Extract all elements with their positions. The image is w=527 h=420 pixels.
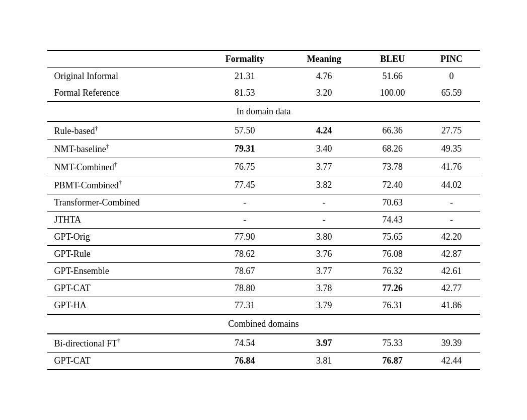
- row-formality: -: [203, 212, 286, 229]
- row-meaning: 3.77: [286, 263, 362, 280]
- row-label: Rule-based†: [47, 121, 203, 140]
- row-bleu: 76.08: [362, 246, 423, 263]
- col-header-formality: Formality: [203, 50, 286, 68]
- row-label: GPT-HA: [47, 297, 203, 315]
- row-bleu: 74.43: [362, 212, 423, 229]
- row-formality: 77.90: [203, 229, 286, 246]
- row-formality: 76.75: [203, 158, 286, 176]
- row-bleu: 51.66: [362, 68, 423, 85]
- row-meaning: 3.76: [286, 246, 362, 263]
- row-meaning: 3.80: [286, 229, 362, 246]
- row-pinc: 0: [423, 68, 480, 85]
- row-label: GPT-Orig: [47, 229, 203, 246]
- row-formality: 78.62: [203, 246, 286, 263]
- row-label: GPT-CAT: [47, 280, 203, 297]
- row-formality: 78.80: [203, 280, 286, 297]
- row-bleu: 70.63: [362, 194, 423, 212]
- row-meaning: -: [286, 212, 362, 229]
- row-label: PBMT-Combined†: [47, 176, 203, 194]
- row-pinc: 39.39: [423, 334, 480, 353]
- row-formality: 78.67: [203, 263, 286, 280]
- row-formality: 77.31: [203, 297, 286, 315]
- row-formality: 79.31: [203, 140, 286, 158]
- table-container: Formality Meaning BLEU PINC Original Inf…: [37, 40, 490, 380]
- row-meaning: -: [286, 194, 362, 212]
- row-pinc: 42.44: [423, 353, 480, 370]
- col-header-meaning: Meaning: [286, 50, 362, 68]
- row-bleu: 76.87: [362, 353, 423, 370]
- row-label: Formal Reference: [47, 85, 203, 102]
- row-label: Bi-directional FT†: [47, 334, 203, 353]
- results-table: Formality Meaning BLEU PINC Original Inf…: [47, 50, 480, 370]
- row-bleu: 77.26: [362, 280, 423, 297]
- row-label: Transformer-Combined: [47, 194, 203, 212]
- col-header-bleu: BLEU: [362, 50, 423, 68]
- col-header-pinc: PINC: [423, 50, 480, 68]
- row-meaning: 3.40: [286, 140, 362, 158]
- row-formality: 81.53: [203, 85, 286, 102]
- row-formality: 76.84: [203, 353, 286, 370]
- row-pinc: 42.77: [423, 280, 480, 297]
- row-pinc: 41.76: [423, 158, 480, 176]
- row-pinc: 42.20: [423, 229, 480, 246]
- row-label: GPT-Ensemble: [47, 263, 203, 280]
- row-meaning: 4.76: [286, 68, 362, 85]
- row-pinc: 41.86: [423, 297, 480, 315]
- row-label: NMT-Combined†: [47, 158, 203, 176]
- combined-header: Combined domains: [47, 314, 480, 334]
- row-meaning: 3.97: [286, 334, 362, 353]
- row-pinc: 27.75: [423, 121, 480, 140]
- in-domain-header: In domain data: [47, 102, 480, 121]
- row-label: GPT-CAT: [47, 353, 203, 370]
- row-label: Original Informal: [47, 68, 203, 85]
- row-label: JTHTA: [47, 212, 203, 229]
- row-bleu: 100.00: [362, 85, 423, 102]
- row-bleu: 76.32: [362, 263, 423, 280]
- row-bleu: 76.31: [362, 297, 423, 315]
- row-bleu: 75.33: [362, 334, 423, 353]
- row-label: NMT-baseline†: [47, 140, 203, 158]
- row-formality: 57.50: [203, 121, 286, 140]
- row-meaning: 3.78: [286, 280, 362, 297]
- row-pinc: 42.61: [423, 263, 480, 280]
- row-bleu: 75.65: [362, 229, 423, 246]
- row-meaning: 4.24: [286, 121, 362, 140]
- row-formality: 77.45: [203, 176, 286, 194]
- row-formality: 74.54: [203, 334, 286, 353]
- row-meaning: 3.20: [286, 85, 362, 102]
- col-header-method: [47, 50, 203, 68]
- row-meaning: 3.81: [286, 353, 362, 370]
- row-pinc: 42.87: [423, 246, 480, 263]
- row-pinc: 44.02: [423, 176, 480, 194]
- row-bleu: 68.26: [362, 140, 423, 158]
- row-pinc: -: [423, 194, 480, 212]
- row-meaning: 3.82: [286, 176, 362, 194]
- row-bleu: 72.40: [362, 176, 423, 194]
- row-pinc: 49.35: [423, 140, 480, 158]
- row-bleu: 66.36: [362, 121, 423, 140]
- row-bleu: 73.78: [362, 158, 423, 176]
- row-pinc: -: [423, 212, 480, 229]
- row-meaning: 3.77: [286, 158, 362, 176]
- row-formality: -: [203, 194, 286, 212]
- row-meaning: 3.79: [286, 297, 362, 315]
- row-formality: 21.31: [203, 68, 286, 85]
- row-label: GPT-Rule: [47, 246, 203, 263]
- row-pinc: 65.59: [423, 85, 480, 102]
